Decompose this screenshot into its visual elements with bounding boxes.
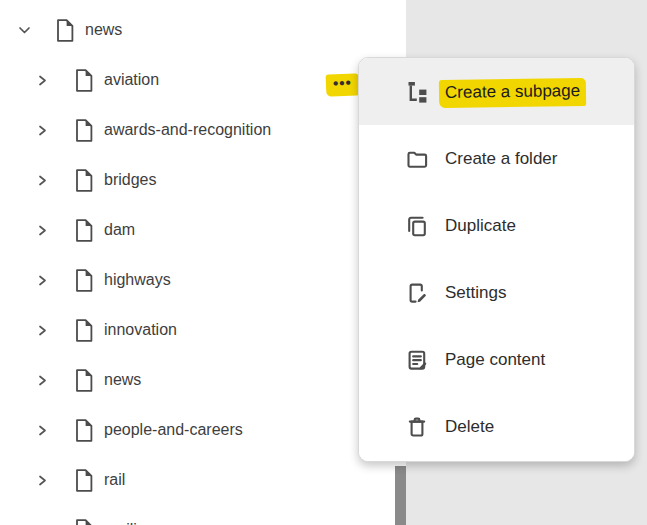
page-icon <box>74 519 93 525</box>
chevron-right-icon[interactable] <box>36 74 49 87</box>
chevron-right-icon[interactable] <box>36 274 49 287</box>
tree-item-label[interactable]: news <box>104 371 141 389</box>
chevron-right-icon[interactable] <box>36 324 49 337</box>
trash-icon <box>405 415 429 439</box>
tree-item-awards-and-recognition[interactable]: awards-and-recognition <box>0 105 392 155</box>
chevron-right-icon[interactable] <box>36 124 49 137</box>
chevron-right-icon[interactable] <box>36 374 49 387</box>
page-icon <box>74 369 93 392</box>
menu-item-settings[interactable]: Settings <box>359 260 634 327</box>
menu-item-create-folder[interactable]: Create a folder <box>359 125 634 192</box>
page-edit-icon <box>405 281 429 305</box>
tree-item-news-root[interactable]: news <box>0 5 392 55</box>
tree-scrollbar-thumb[interactable] <box>395 466 406 525</box>
tree-item-label[interactable]: aviation <box>104 71 159 89</box>
tree-item-partially-visible[interactable]: resilience <box>0 505 392 525</box>
menu-item-delete[interactable]: Delete <box>359 394 634 461</box>
chevron-down-icon[interactable] <box>17 23 32 38</box>
tree-item-news[interactable]: news <box>0 355 392 405</box>
context-menu: Create a subpage Create a folder Duplica… <box>358 57 635 462</box>
menu-item-label[interactable]: Duplicate <box>445 216 516 236</box>
duplicate-icon <box>405 214 429 238</box>
chevron-right-icon[interactable] <box>36 224 49 237</box>
tree-item-bridges[interactable]: bridges <box>0 155 392 205</box>
page-icon <box>74 319 93 342</box>
tree-item-label[interactable]: innovation <box>104 321 177 339</box>
page-icon <box>74 419 93 442</box>
tree-item-label[interactable]: people-and-careers <box>104 421 243 439</box>
page-icon <box>74 69 93 92</box>
folder-icon <box>405 147 429 171</box>
page-icon <box>74 169 93 192</box>
tree-item-people-and-careers[interactable]: people-and-careers <box>0 405 392 455</box>
menu-item-label[interactable]: Settings <box>445 283 506 303</box>
menu-item-create-subpage[interactable]: Create a subpage <box>359 58 634 125</box>
page-icon <box>74 219 93 242</box>
app-window: news aviation awards-and-recognition <box>0 0 647 525</box>
tree-item-label[interactable]: resilience <box>104 521 172 525</box>
ellipsis-icon: ••• <box>333 74 352 90</box>
menu-item-label[interactable]: Page content <box>445 350 545 370</box>
tree-item-label[interactable]: highways <box>104 271 171 289</box>
page-icon <box>74 469 93 492</box>
chevron-right-icon[interactable] <box>36 174 49 187</box>
page-content-edit-icon <box>405 348 429 372</box>
tree-item-label[interactable]: awards-and-recognition <box>104 121 271 139</box>
menu-item-label[interactable]: Delete <box>445 417 494 437</box>
tree-item-label[interactable]: bridges <box>104 171 156 189</box>
chevron-right-icon[interactable] <box>36 474 49 487</box>
menu-item-duplicate[interactable]: Duplicate <box>359 192 634 259</box>
menu-item-label[interactable]: Create a folder <box>445 149 557 169</box>
more-options-button[interactable]: ••• <box>326 73 360 96</box>
tree-item-label[interactable]: rail <box>104 471 125 489</box>
tree-item-label[interactable]: dam <box>104 221 135 239</box>
page-icon <box>74 269 93 292</box>
page-icon <box>55 19 74 42</box>
tree-item-dam[interactable]: dam <box>0 205 392 255</box>
subpage-tree-icon <box>405 80 429 104</box>
tree-item-highways[interactable]: highways <box>0 255 392 305</box>
menu-item-label-highlighted[interactable]: Create a subpage <box>439 78 587 108</box>
menu-item-page-content[interactable]: Page content <box>359 327 634 394</box>
tree-item-label[interactable]: news <box>85 21 122 39</box>
tree-item-innovation[interactable]: innovation <box>0 305 392 355</box>
chevron-right-icon[interactable] <box>36 424 49 437</box>
page-icon <box>74 119 93 142</box>
tree-item-rail[interactable]: rail <box>0 455 392 505</box>
